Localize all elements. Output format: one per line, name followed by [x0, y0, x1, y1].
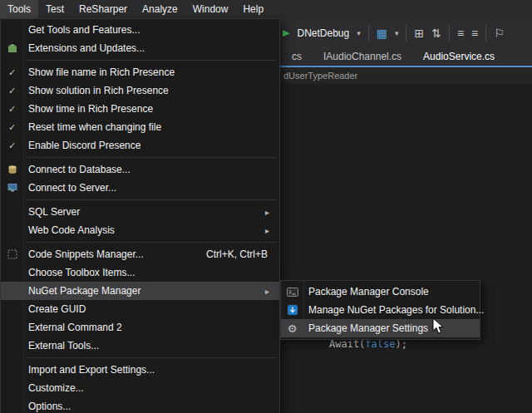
vs-window: context, string input, Await(false); d.I… — [0, 0, 532, 413]
menu-item-label: Get Tools and Features... — [23, 24, 140, 36]
menu-item-manage-nuget-packages-solution[interactable]: Manage NuGet Packages for Solution... — [281, 301, 480, 319]
menu-item-get-tools-and-features[interactable]: Get Tools and Features... — [1, 21, 279, 39]
menu-item-label: Enable Discord Presence — [23, 140, 140, 151]
toolbar-separator — [449, 25, 450, 42]
tab-audioservice[interactable]: AudioService.cs — [412, 47, 505, 66]
grid-icon[interactable]: ▦ — [377, 27, 387, 39]
tab-label: AudioService.cs — [423, 51, 495, 62]
menu-item-label: Options... — [23, 401, 71, 412]
menu-item-label: Manage NuGet Packages for Solution... — [303, 304, 484, 316]
menu-test[interactable]: Test — [38, 0, 71, 18]
code-line: Await(false); — [329, 338, 407, 350]
menu-item-options[interactable]: Options... — [1, 397, 279, 413]
menu-item-show-time-rich-presence[interactable]: ✓ Show time in Rich Presence — [1, 100, 279, 118]
gear-icon: ⚙ — [281, 323, 303, 334]
menu-item-label: Code Snippets Manager... — [23, 248, 144, 260]
menu-window[interactable]: Window — [185, 0, 236, 18]
window-icon[interactable]: ⊞ — [414, 27, 424, 39]
menu-label: ReSharper — [79, 3, 127, 15]
menu-item-label: Package Manager Settings — [303, 322, 428, 334]
swap-arrows-icon[interactable]: ⇅ — [431, 27, 441, 39]
breadcrumb[interactable]: dUserTypeReader — [283, 67, 357, 84]
checkmark-icon: ✓ — [1, 86, 23, 96]
menu-item-label: External Command 2 — [23, 322, 122, 333]
menu-item-label: Create GUID — [23, 303, 86, 315]
submenu-arrow-icon: ▸ — [265, 208, 275, 217]
menu-analyze[interactable]: Analyze — [135, 0, 185, 18]
database-cylinder-icon — [1, 165, 23, 175]
chevron-down-icon[interactable]: ▾ — [357, 29, 361, 37]
menu-item-label: Customize... — [23, 382, 84, 394]
menu-item-label: Connect to Server... — [23, 182, 116, 194]
menu-separator — [1, 355, 279, 361]
menu-item-connect-to-database[interactable]: Connect to Database... — [1, 160, 279, 179]
tab-iaudiochannel[interactable]: IAudioChannel.cs — [313, 47, 412, 66]
menu-item-show-solution-rich-presence[interactable]: ✓ Show solution in Rich Presence — [1, 81, 279, 100]
tab-label: cs — [292, 51, 302, 62]
menu-item-reset-time-when-changing-file[interactable]: ✓ Reset time when changing file — [1, 118, 279, 136]
console-window-icon — [281, 288, 303, 297]
menu-item-shortcut: Ctrl+K, Ctrl+B — [206, 248, 275, 260]
toolbar-separator — [485, 25, 486, 42]
tab-document-1[interactable]: cs — [281, 47, 313, 66]
menu-item-nuget-package-manager[interactable]: NuGet Package Manager ▸ — [1, 282, 279, 300]
menu-tools[interactable]: Tools — [0, 0, 38, 18]
server-icon — [1, 183, 23, 193]
checkmark-icon: ✓ — [1, 141, 23, 150]
menu-item-create-guid[interactable]: Create GUID — [1, 300, 279, 318]
menu-item-code-snippets-manager[interactable]: Code Snippets Manager... Ctrl+K, Ctrl+B — [1, 245, 279, 263]
menu-item-label: Extensions and Updates... — [23, 42, 145, 54]
menu-separator — [1, 239, 279, 245]
menu-item-extensions-and-updates[interactable]: Extensions and Updates... — [1, 39, 279, 57]
menu-item-show-file-name-rich-presence[interactable]: ✓ Show file name in Rich Presence — [1, 63, 279, 81]
checkmark-icon: ✓ — [1, 123, 23, 132]
menu-item-enable-discord-presence[interactable]: ✓ Enable Discord Presence — [1, 136, 279, 155]
menu-item-label: SQL Server — [23, 206, 80, 218]
menu-item-label: Show time in Rich Presence — [23, 103, 153, 115]
startup-project-selector[interactable]: DNetDebug — [297, 27, 349, 39]
tab-label: IAudioChannel.cs — [323, 51, 401, 62]
menu-item-package-manager-console[interactable]: Package Manager Console — [281, 283, 480, 301]
extensions-box-icon — [1, 43, 23, 53]
submenu-arrow-icon: ▸ — [265, 226, 275, 235]
list-lines-icon[interactable]: ≡ — [457, 27, 464, 39]
menu-help[interactable]: Help — [235, 0, 271, 18]
menu-label: Help — [243, 3, 264, 15]
menu-separator — [1, 155, 279, 160]
menu-item-label: Package Manager Console — [303, 286, 429, 297]
menu-item-label: Show solution in Rich Presence — [23, 85, 169, 96]
main-menu-bar: Tools Test ReSharper Analyze Window Help — [0, 0, 532, 18]
menu-item-label: Reset time when changing file — [23, 121, 161, 133]
nuget-submenu: Package Manager Console Manage NuGet Pac… — [280, 280, 480, 340]
menu-label: Window — [193, 3, 229, 15]
menu-item-external-tools[interactable]: External Tools... — [1, 337, 279, 355]
menu-label: Tools — [7, 3, 31, 15]
menu-item-label: Import and Export Settings... — [23, 364, 155, 376]
menu-item-label: Show file name in Rich Presence — [23, 66, 175, 78]
menu-item-label: NuGet Package Manager — [23, 285, 140, 297]
bookmark-flag-icon[interactable]: ⚐ — [494, 27, 505, 39]
chevron-down-icon[interactable]: ▾ — [395, 29, 399, 37]
menu-item-package-manager-settings[interactable]: ⚙ Package Manager Settings — [281, 319, 480, 337]
menu-label: Test — [46, 3, 64, 15]
snippets-dashed-box-icon — [1, 249, 23, 259]
code-keyword: false — [365, 338, 395, 350]
submenu-arrow-icon: ▸ — [265, 287, 275, 296]
menu-item-choose-toolbox-items[interactable]: Choose Toolbox Items... — [1, 263, 279, 282]
menu-item-customize[interactable]: Customize... — [1, 379, 279, 397]
menu-resharper[interactable]: ReSharper — [71, 0, 135, 18]
checkmark-icon: ✓ — [1, 105, 23, 114]
menu-item-sql-server[interactable]: SQL Server ▸ — [1, 203, 279, 221]
code-text: Await( — [329, 338, 365, 350]
menu-item-import-export-settings[interactable]: Import and Export Settings... — [1, 361, 279, 379]
menu-item-label: Connect to Database... — [23, 164, 131, 175]
menu-label: Analyze — [142, 3, 178, 15]
menu-item-connect-to-server[interactable]: Connect to Server... — [1, 179, 279, 197]
start-debug-icon[interactable]: ▶ — [283, 27, 289, 38]
menu-item-external-command-2[interactable]: External Command 2 — [1, 318, 279, 337]
menu-item-label: Web Code Analysis — [23, 224, 115, 236]
code-text: ); — [395, 338, 406, 350]
menu-separator — [1, 197, 279, 203]
menu-item-web-code-analysis[interactable]: Web Code Analysis ▸ — [1, 221, 279, 239]
list-lines-icon[interactable]: ≡ — [471, 27, 478, 39]
